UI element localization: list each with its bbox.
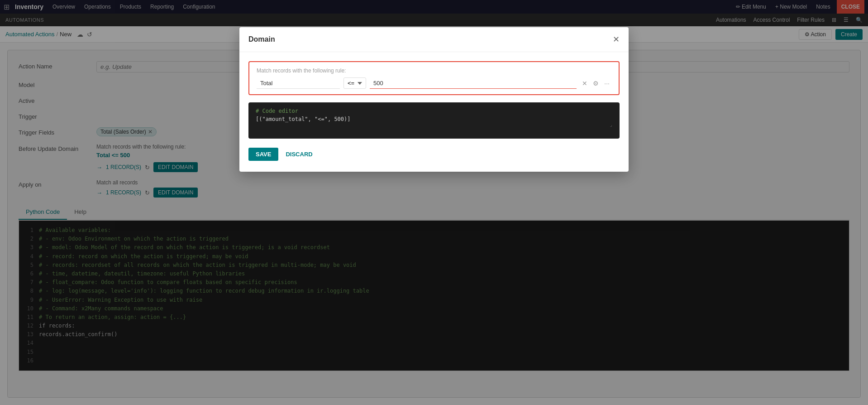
rule-operator-select[interactable]: <= < = >= >	[343, 77, 366, 89]
domain-modal: Domain ✕ Match records with the followin…	[239, 27, 629, 172]
rule-row: <= < = >= > ✕ ⚙ ···	[257, 77, 611, 89]
rule-box: Match records with the following rule: <…	[248, 61, 620, 95]
modal-footer: SAVE DISCARD	[248, 148, 620, 163]
resize-handle[interactable]: ⌟	[256, 122, 612, 127]
modal-close-button[interactable]: ✕	[613, 34, 620, 44]
code-main-text: [("amount_total", "<=", 500)]	[256, 116, 612, 122]
code-comment: # Code editor	[256, 108, 612, 114]
rule-value-input[interactable]	[370, 78, 577, 89]
rule-field-input[interactable]	[257, 78, 340, 89]
rule-more-icon[interactable]: ···	[602, 79, 611, 88]
modal-title: Domain	[248, 35, 275, 43]
modal-body: Match records with the following rule: <…	[239, 52, 629, 172]
save-button[interactable]: SAVE	[248, 148, 278, 161]
rule-settings-icon[interactable]: ⚙	[591, 79, 601, 88]
rule-header: Match records with the following rule:	[257, 68, 611, 74]
modal-header: Domain ✕	[239, 27, 629, 52]
rule-actions: ✕ ⚙ ···	[580, 79, 611, 88]
code-editor-box[interactable]: # Code editor [("amount_total", "<=", 50…	[248, 102, 620, 139]
modal-overlay[interactable]: Domain ✕ Match records with the followin…	[0, 0, 868, 405]
discard-button[interactable]: DISCARD	[282, 148, 316, 161]
rule-clear-icon[interactable]: ✕	[580, 79, 589, 88]
